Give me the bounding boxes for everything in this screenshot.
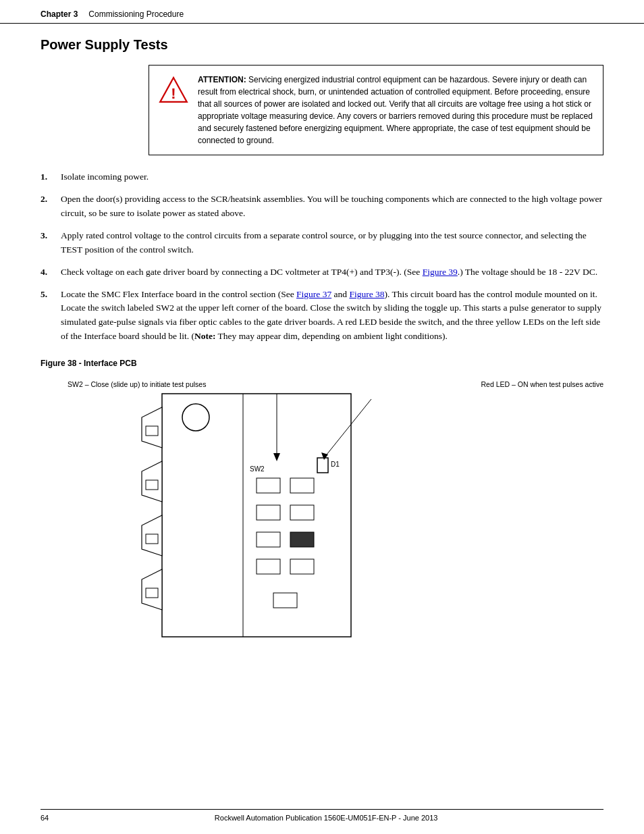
steps-list: 1. Isolate incoming power. 2. Open the d… [41, 170, 603, 344]
svg-rect-20 [257, 532, 280, 547]
step-3: 3. Apply rated control voltage to the co… [41, 229, 603, 257]
svg-rect-25 [317, 458, 328, 473]
chapter-title: Commissioning Procedure [88, 9, 184, 19]
diagram-svg-container: SW2 D1 [68, 380, 603, 650]
section-title: Power Supply Tests [41, 37, 603, 53]
step-4-text: Check voltage on each gate driver board … [61, 265, 603, 280]
svg-point-11 [182, 404, 209, 431]
svg-rect-18 [257, 505, 280, 520]
figure-caption: Figure 38 - Interface PCB [41, 359, 603, 368]
page-content: Power Supply Tests ! ATTENTION: Servicin… [0, 24, 644, 677]
step-2-num: 2. [41, 192, 61, 221]
svg-rect-8 [146, 534, 158, 544]
attention-box: ! ATTENTION: Servicing energized industr… [149, 65, 603, 155]
svg-rect-16 [257, 478, 280, 493]
attention-icon-wrap: ! [159, 74, 188, 147]
note-label: Note: [194, 331, 215, 341]
page-header: Chapter 3 Commissioning Procedure [0, 0, 644, 24]
svg-rect-6 [146, 480, 158, 490]
svg-rect-4 [146, 426, 158, 436]
svg-text:SW2: SW2 [250, 465, 265, 473]
step-1-text: Isolate incoming power. [61, 170, 603, 184]
svg-rect-24 [273, 593, 297, 608]
step-4: 4. Check voltage on each gate driver boa… [41, 265, 603, 280]
figure38-link[interactable]: Figure 38 [349, 289, 384, 299]
footer-publication: Rockwell Automation Publication 1560E-UM… [215, 814, 438, 822]
svg-rect-23 [290, 559, 314, 574]
diagram-label-sw2: SW2 – Close (slide up) to initiate test … [68, 380, 206, 388]
interface-pcb-diagram: SW2 D1 [108, 380, 459, 650]
attention-label: ATTENTION: [198, 75, 246, 84]
attention-body: Servicing energized industrial control e… [198, 75, 593, 145]
step-3-text: Apply rated control voltage to the contr… [61, 229, 603, 257]
svg-rect-19 [290, 505, 314, 520]
step-5-num: 5. [41, 288, 61, 344]
page-footer: 64 Rockwell Automation Publication 1560E… [41, 809, 603, 822]
svg-rect-17 [290, 478, 314, 493]
svg-text:!: ! [171, 85, 176, 102]
chapter-label: Chapter 3 [41, 9, 78, 19]
attention-text: ATTENTION: Servicing energized industria… [198, 74, 593, 147]
svg-text:D1: D1 [331, 461, 340, 468]
step-1: 1. Isolate incoming power. [41, 170, 603, 184]
step-5: 5. Locate the SMC Flex Interface board i… [41, 288, 603, 344]
step-2: 2. Open the door(s) providing access to … [41, 192, 603, 221]
warning-triangle-icon: ! [159, 75, 188, 105]
step-4-num: 4. [41, 265, 61, 280]
step-2-text: Open the door(s) providing access to the… [61, 192, 603, 221]
step-5-text: Locate the SMC Flex Interface board in t… [61, 288, 603, 344]
svg-rect-21 [290, 532, 314, 547]
figure-diagram: SW2 – Close (slide up) to initiate test … [68, 380, 603, 650]
figure39-link[interactable]: Figure 39 [423, 267, 458, 277]
figure37-link[interactable]: Figure 37 [296, 289, 331, 299]
step-3-num: 3. [41, 229, 61, 257]
svg-rect-22 [257, 559, 280, 574]
footer-page-number: 64 [41, 814, 49, 822]
diagram-label-led: Red LED – ON when test pulses active [481, 380, 603, 388]
svg-rect-10 [146, 588, 158, 598]
step-1-num: 1. [41, 170, 61, 184]
